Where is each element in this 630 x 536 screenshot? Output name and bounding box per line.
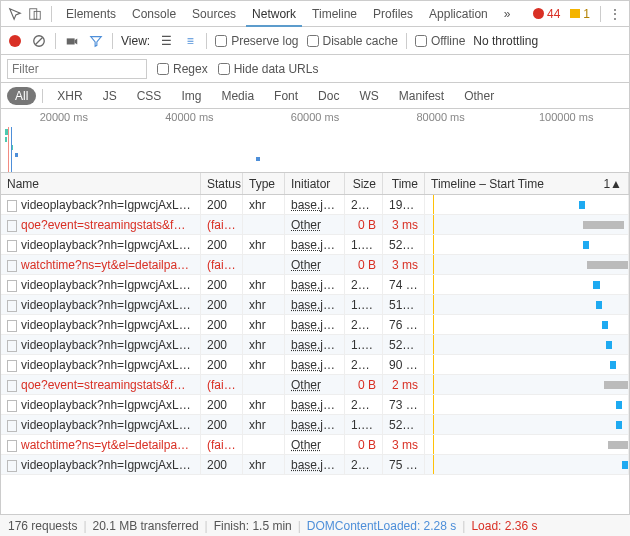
- type-media[interactable]: Media: [213, 87, 262, 105]
- request-table: videoplayback?nh=IgpwcjAxLnNl…200xhrbase…: [1, 195, 629, 485]
- table-row[interactable]: videoplayback?nh=IgpwcjAxLnNl…200xhrbase…: [1, 295, 629, 315]
- type-ws[interactable]: WS: [351, 87, 386, 105]
- separator: [406, 33, 407, 49]
- type-js[interactable]: JS: [95, 87, 125, 105]
- separator: [600, 6, 601, 22]
- separator: [51, 6, 52, 22]
- device-icon[interactable]: [27, 6, 43, 22]
- separator: [55, 33, 56, 49]
- table-row[interactable]: videoplayback?nh=IgpwcjAxLnNl…200xhrbase…: [1, 355, 629, 375]
- table-header: Name Status Type Initiator Size Time Tim…: [1, 173, 629, 195]
- tab-network[interactable]: Network: [246, 1, 302, 27]
- tab-console[interactable]: Console: [126, 1, 182, 27]
- separator: [112, 33, 113, 49]
- record-button[interactable]: [7, 33, 23, 49]
- camera-icon[interactable]: [64, 33, 80, 49]
- dcl-time: DOMContentLoaded: 2.28 s: [307, 519, 456, 533]
- col-initiator[interactable]: Initiator: [285, 173, 345, 194]
- hide-data-urls-check[interactable]: Hide data URLs: [218, 62, 319, 76]
- svg-rect-0: [30, 8, 37, 19]
- view-list-icon[interactable]: ☰: [158, 33, 174, 49]
- type-filter-bar: AllXHRJSCSSImgMediaFontDocWSManifestOthe…: [1, 83, 629, 109]
- load-time: Load: 2.36 s: [471, 519, 537, 533]
- tab-application[interactable]: Application: [423, 1, 494, 27]
- throttling-select[interactable]: No throttling: [473, 34, 538, 48]
- table-row[interactable]: qoe?event=streamingstats&fmt=…(fail…Othe…: [1, 215, 629, 235]
- tab-profiles[interactable]: Profiles: [367, 1, 419, 27]
- filter-icon[interactable]: [88, 33, 104, 49]
- filter-bar: Regex Hide data URLs: [1, 55, 629, 83]
- table-row[interactable]: watchtime?ns=yt&el=detailpage…(fail…Othe…: [1, 435, 629, 455]
- col-name[interactable]: Name: [1, 173, 201, 194]
- type-other[interactable]: Other: [456, 87, 502, 105]
- finish-time: Finish: 1.5 min: [214, 519, 292, 533]
- col-status[interactable]: Status: [201, 173, 243, 194]
- clear-button[interactable]: [31, 33, 47, 49]
- col-size[interactable]: Size: [345, 173, 383, 194]
- transfer-size: 20.1 MB transferred: [93, 519, 199, 533]
- type-xhr[interactable]: XHR: [49, 87, 90, 105]
- more-tabs[interactable]: »: [498, 1, 517, 27]
- tab-timeline[interactable]: Timeline: [306, 1, 363, 27]
- type-font[interactable]: Font: [266, 87, 306, 105]
- separator: [206, 33, 207, 49]
- request-count: 176 requests: [8, 519, 77, 533]
- type-all[interactable]: All: [7, 87, 36, 105]
- table-row[interactable]: videoplayback?nh=IgpwcjAxLnNl…200xhrbase…: [1, 395, 629, 415]
- error-badge[interactable]: 44: [529, 7, 564, 21]
- col-type[interactable]: Type: [243, 173, 285, 194]
- col-timeline[interactable]: Timeline – Start Time1▲: [425, 173, 629, 194]
- table-row[interactable]: videoplayback?nh=IgpwcjAxLnNl…200xhrbase…: [1, 195, 629, 215]
- inspect-icon[interactable]: [7, 6, 23, 22]
- table-row[interactable]: qoe?event=streamingstats&fmt=…(fail…Othe…: [1, 375, 629, 395]
- warn-badge[interactable]: 1: [566, 7, 594, 21]
- preserve-log-check[interactable]: Preserve log: [215, 34, 298, 48]
- svg-line-3: [36, 37, 43, 44]
- svg-rect-4: [67, 38, 75, 44]
- type-doc[interactable]: Doc: [310, 87, 347, 105]
- table-row[interactable]: watchtime?ns=yt&el=detailpage…(fail…Othe…: [1, 255, 629, 275]
- view-waterfall-icon[interactable]: ≡: [182, 33, 198, 49]
- type-manifest[interactable]: Manifest: [391, 87, 452, 105]
- tab-elements[interactable]: Elements: [60, 1, 122, 27]
- filter-input[interactable]: [7, 59, 147, 79]
- table-row[interactable]: videoplayback?nh=IgpwcjAxLnNl…200xhrbase…: [1, 415, 629, 435]
- menu-icon[interactable]: ⋮: [607, 6, 623, 22]
- offline-check[interactable]: Offline: [415, 34, 465, 48]
- view-label: View:: [121, 34, 150, 48]
- type-img[interactable]: Img: [173, 87, 209, 105]
- col-time[interactable]: Time: [383, 173, 425, 194]
- network-toolbar: View: ☰ ≡ Preserve log Disable cache Off…: [1, 27, 629, 55]
- regex-check[interactable]: Regex: [157, 62, 208, 76]
- status-bar: 176 requests| 20.1 MB transferred| Finis…: [0, 514, 630, 536]
- table-row[interactable]: videoplayback?nh=IgpwcjAxLnNl…200xhrbase…: [1, 335, 629, 355]
- table-row[interactable]: videoplayback?nh=IgpwcjAxLnNl…200xhrbase…: [1, 315, 629, 335]
- table-row[interactable]: videoplayback?nh=IgpwcjAxLnNl…200xhrbase…: [1, 275, 629, 295]
- overview-timeline[interactable]: 20000 ms40000 ms60000 ms80000 ms100000 m…: [1, 109, 629, 173]
- disable-cache-check[interactable]: Disable cache: [307, 34, 398, 48]
- devtools-tabbar: ElementsConsoleSourcesNetworkTimelinePro…: [1, 1, 629, 27]
- type-css[interactable]: CSS: [129, 87, 170, 105]
- table-row[interactable]: videoplayback?nh=IgpwcjAxLnNl…200xhrbase…: [1, 235, 629, 255]
- table-row[interactable]: videoplayback?nh=IgpwcjAxLnNl…200xhrbase…: [1, 455, 629, 475]
- tab-sources[interactable]: Sources: [186, 1, 242, 27]
